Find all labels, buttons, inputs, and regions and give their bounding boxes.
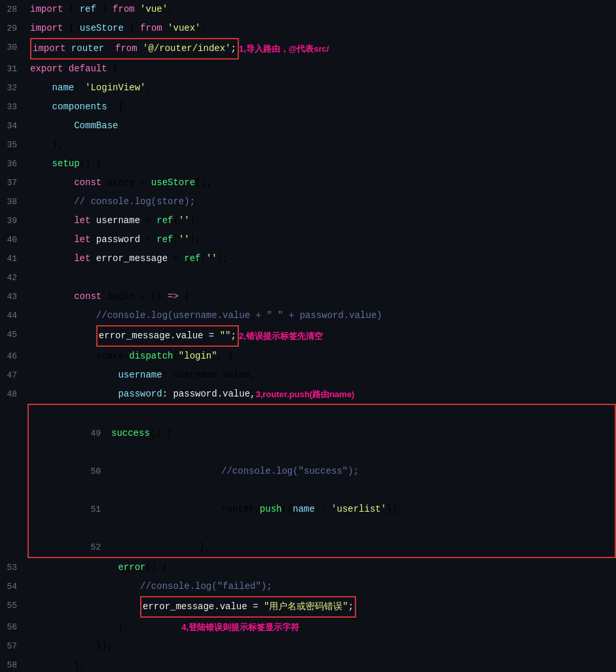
line-content-52: 52 }, <box>29 519 615 557</box>
line-num-29: 29 <box>0 19 27 38</box>
code-line-36: 36 setup() { <box>0 154 616 173</box>
line-num-46: 46 <box>0 347 27 366</box>
code-line-43: 43 const login = () => { <box>0 287 616 306</box>
code-line-57: 57 }); <box>0 637 616 656</box>
line-content-58: }; <box>27 656 616 672</box>
line-num-39: 39 <box>0 211 27 230</box>
line-num-56: 56 <box>0 618 27 637</box>
line-content-57: }); <box>27 637 616 656</box>
block-49-52: 49success() { 50 //console.log("success"… <box>27 404 616 558</box>
line-content-41: let error_message = ref(''); <box>27 249 616 268</box>
line-num-48: 48 <box>0 385 27 404</box>
code-editor: 28 import { ref } from 'vue'; 29 import … <box>0 0 616 672</box>
line-content-47: username: username.value, <box>27 366 616 385</box>
code-line-58: 58 }; <box>0 656 616 672</box>
code-line-50: 50 //console.log("success"); <box>29 443 615 481</box>
code-line-39: 39 let username = ref(''); <box>0 211 616 230</box>
line-content-40: let password = ref(''); <box>27 230 616 249</box>
line-num-41: 41 <box>0 249 27 268</box>
code-line-51: 51 router.push({name : 'userlist'}); <box>29 481 615 519</box>
code-line-33: 33 components: { <box>0 97 616 116</box>
code-line-30: 30 import router from '@/router/index';1… <box>0 38 616 60</box>
line-num-47: 47 <box>0 366 27 385</box>
annotation-line45: 2,错误提示标签先清空 <box>239 327 323 345</box>
code-line-35: 35 }, <box>0 135 616 154</box>
line-num-34: 34 <box>0 116 27 135</box>
code-line-46: 46 store.dispatch("login", { <box>0 347 616 366</box>
line-num-28: 28 <box>0 0 27 19</box>
code-line-32: 32 name: 'LoginView', <box>0 79 616 97</box>
line-content-44: //console.log(username.value + " " + pas… <box>27 306 616 325</box>
line-content-56: },4,登陆错误则提示标签显示字符 <box>27 618 616 637</box>
code-line-53: 53 error() { <box>0 558 616 577</box>
line-content-38: // console.log(store); <box>27 192 616 211</box>
line-content-34: CommBase <box>27 116 616 135</box>
line-content-32: name: 'LoginView', <box>27 79 616 97</box>
line-num-37: 37 <box>0 173 27 192</box>
code-line-49: 49success() { <box>29 405 615 443</box>
code-line-34: 34 CommBase <box>0 116 616 135</box>
annotation-line30: 1,导入路由，@代表src/ <box>239 39 329 58</box>
line-num-55: 55 <box>0 596 27 615</box>
line-num-35: 35 <box>0 135 27 154</box>
annotation-line56: 4,登陆错误则提示标签显示字符 <box>129 618 299 637</box>
line-content-53: error() { <box>27 558 616 577</box>
code-line-38: 38 // console.log(store); <box>0 192 616 211</box>
line-num-31: 31 <box>0 60 27 79</box>
line-content-29: import { useStore } from 'vuex'; <box>27 19 616 38</box>
code-line-54: 54 //console.log("failed"); <box>0 577 616 596</box>
code-line-40: 40 let password = ref(''); <box>0 230 616 249</box>
code-line-29: 29 import { useStore } from 'vuex'; <box>0 19 616 38</box>
code-line-44: 44 //console.log(username.value + " " + … <box>0 306 616 325</box>
code-line-56: 56 },4,登陆错误则提示标签显示字符 <box>0 618 616 637</box>
code-line-42: 42 <box>0 268 616 287</box>
code-line-45: 45 error_message.value = "";2,错误提示标签先清空 <box>0 325 616 347</box>
annotation-line48: 3,router.push(路由name) <box>255 385 354 404</box>
code-line-55: 55 error_message.value = "用户名或密码错误"; <box>0 596 616 618</box>
line-content-48: password: password.value,3,router.push(路… <box>27 385 616 404</box>
line-content-37: const store = useStore(); <box>27 173 616 192</box>
line-num-43: 43 <box>0 287 27 306</box>
line-content-54: //console.log("failed"); <box>27 577 616 596</box>
code-line-28: 28 import { ref } from 'vue'; <box>0 0 616 19</box>
line-content-51: 51 router.push({name : 'userlist'}); <box>29 481 615 519</box>
line-content-31: export default { <box>27 60 616 79</box>
code-line-48: 48 password: password.value,3,router.pus… <box>0 385 616 404</box>
line-content-43: const login = () => { <box>27 287 616 306</box>
line-content-28: import { ref } from 'vue'; <box>27 0 616 19</box>
line-num-38: 38 <box>0 192 27 211</box>
line-num-42: 42 <box>0 268 27 287</box>
line-content-30: import router from '@/router/index';1,导入… <box>27 38 616 60</box>
line-content-50: 50 //console.log("success"); <box>29 443 615 481</box>
line-num-57: 57 <box>0 637 27 656</box>
line-num-40: 40 <box>0 230 27 249</box>
line-num-44: 44 <box>0 306 27 325</box>
code-line-37: 37 const store = useStore(); <box>0 173 616 192</box>
line-content-46: store.dispatch("login", { <box>27 347 616 366</box>
line-content-36: setup() { <box>27 154 616 173</box>
line-content-39: let username = ref(''); <box>27 211 616 230</box>
code-line-41: 41 let error_message = ref(''); <box>0 249 616 268</box>
code-line-52: 52 }, <box>29 519 615 557</box>
line-num-53: 53 <box>0 558 27 577</box>
line-content-42 <box>27 268 616 287</box>
line-num-54: 54 <box>0 577 27 596</box>
line-num-45: 45 <box>0 325 27 344</box>
line-content-33: components: { <box>27 97 616 116</box>
line-num-30: 30 <box>0 38 27 57</box>
code-line-47: 47 username: username.value, <box>0 366 616 385</box>
code-line-31: 31 export default { <box>0 60 616 79</box>
line-num-58: 58 <box>0 656 27 672</box>
line-content-55: error_message.value = "用户名或密码错误"; <box>27 596 616 618</box>
line-num-36: 36 <box>0 154 27 173</box>
line-num-33: 33 <box>0 97 27 116</box>
line-content-49: 49success() { <box>29 405 615 443</box>
line-content-35: }, <box>27 135 616 154</box>
line-num-32: 32 <box>0 79 27 97</box>
line-content-45: error_message.value = "";2,错误提示标签先清空 <box>27 325 616 347</box>
